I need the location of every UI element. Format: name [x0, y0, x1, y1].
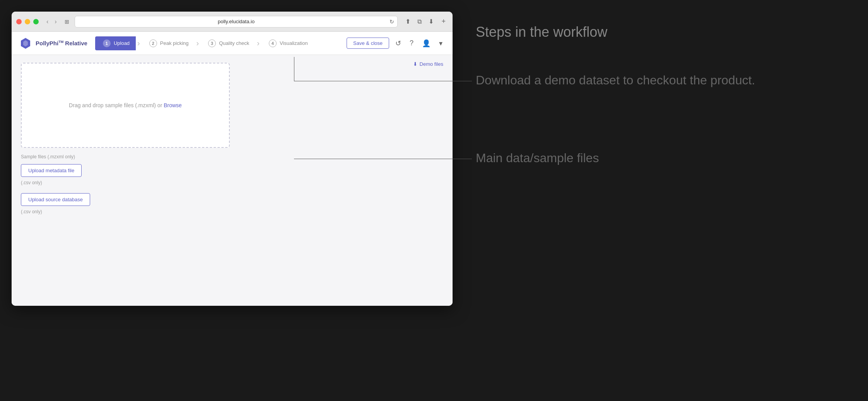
- back-button[interactable]: ‹: [44, 17, 51, 26]
- step-number-2: 2: [149, 39, 157, 47]
- logo-text: PollyPhiTM Relative: [36, 40, 87, 46]
- data-annotation-area: Main data/sample files: [476, 150, 845, 197]
- dropzone[interactable]: Drag and drop sample files (.mzxml) or B…: [21, 63, 230, 148]
- title-bar-actions: ⬆ ⧉ ⬇: [403, 16, 436, 27]
- demo-files-link[interactable]: ⬇ Demo files: [413, 61, 443, 67]
- header-actions: Save & close ↺ ? 👤 ▾: [347, 38, 445, 49]
- step-arrow-2: ›: [196, 39, 199, 48]
- annotation-data: Main data/sample files: [476, 150, 845, 166]
- app-header: PollyPhiTM Relative 1 Upload › 2 Peak pi…: [12, 32, 453, 55]
- step-number-1: 1: [103, 39, 111, 47]
- history-button[interactable]: ↺: [393, 38, 403, 49]
- traffic-lights: [16, 19, 39, 24]
- duplicate-button[interactable]: ⧉: [415, 16, 424, 27]
- demo-annotation-area: Download a demo dataset to checkout the …: [476, 72, 845, 120]
- maximize-traffic-light[interactable]: [33, 19, 39, 24]
- help-button[interactable]: ?: [407, 38, 416, 49]
- close-traffic-light[interactable]: [16, 19, 22, 24]
- step-label-peak-picking: Peak picking: [160, 40, 189, 46]
- minimize-traffic-light[interactable]: [25, 19, 30, 24]
- share-button[interactable]: ⬆: [403, 16, 413, 27]
- step-visualization[interactable]: 4 Visualization: [261, 36, 314, 50]
- logo-icon: [19, 37, 32, 50]
- step-quality-check[interactable]: 3 Quality check: [200, 36, 255, 50]
- browse-link[interactable]: Browse: [164, 102, 182, 108]
- workflow-steps: 1 Upload › 2 Peak picking › 3 Quality ch…: [95, 36, 347, 50]
- sidebar-button[interactable]: ⊞: [62, 17, 72, 26]
- app-content: PollyPhiTM Relative 1 Upload › 2 Peak pi…: [12, 32, 453, 306]
- url-text: polly.elucidata.io: [218, 19, 255, 24]
- step-label-quality-check: Quality check: [219, 40, 249, 46]
- address-bar[interactable]: polly.elucidata.io ↻: [75, 16, 398, 27]
- data-connector-line: [294, 159, 472, 159]
- demo-connector-vertical: [294, 57, 294, 81]
- reload-button[interactable]: ↻: [390, 19, 394, 25]
- step-label-visualization: Visualization: [280, 40, 308, 46]
- step-arrow-1: ›: [137, 39, 140, 48]
- step-label-upload: Upload: [114, 40, 130, 46]
- annotation-title: Steps in the workflow: [476, 23, 845, 41]
- step-number-3: 3: [208, 39, 216, 47]
- annotation-panel: Steps in the workflow Download a demo da…: [453, 0, 868, 221]
- forward-button[interactable]: ›: [52, 17, 59, 26]
- upload-source-button[interactable]: Upload source database: [21, 193, 90, 206]
- metadata-format-label: (.csv only): [21, 180, 443, 185]
- demo-files-label: Demo files: [420, 61, 443, 67]
- logo-area: PollyPhiTM Relative: [19, 37, 87, 50]
- step-upload[interactable]: 1 Upload: [95, 36, 136, 50]
- save-close-button[interactable]: Save & close: [347, 38, 389, 49]
- dropzone-text: Drag and drop sample files (.mzxml) or B…: [69, 102, 182, 108]
- title-bar: ‹ › ⊞ polly.elucidata.io ↻ ⬆ ⧉ ⬇ +: [12, 12, 453, 32]
- upload-metadata-button[interactable]: Upload metadata file: [21, 164, 82, 177]
- step-number-4: 4: [269, 39, 277, 47]
- step-arrow-3: ›: [257, 39, 260, 48]
- step-peak-picking[interactable]: 2 Peak picking: [142, 36, 195, 50]
- source-format-label: (.csv only): [21, 209, 443, 214]
- download-button[interactable]: ⬇: [426, 16, 436, 27]
- nav-buttons: ‹ ›: [44, 17, 59, 26]
- download-icon: ⬇: [413, 61, 417, 67]
- user-button[interactable]: 👤: [420, 38, 433, 49]
- menu-button[interactable]: ▾: [437, 38, 445, 49]
- main-area: ⬇ Demo files Drag and drop sample files …: [12, 55, 453, 306]
- demo-connector-line: [294, 81, 472, 81]
- new-tab-button[interactable]: +: [439, 17, 448, 26]
- annotation-demo: Download a demo dataset to checkout the …: [476, 72, 845, 89]
